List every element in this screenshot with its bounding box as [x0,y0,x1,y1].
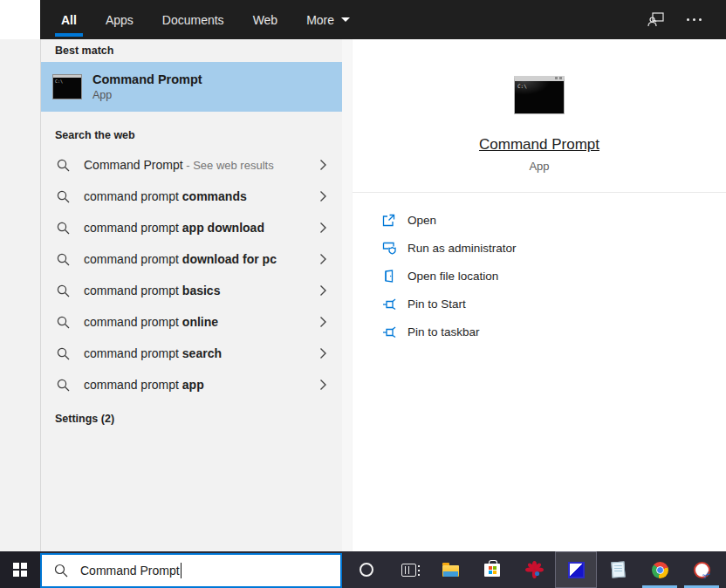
detail-title-link[interactable]: Command Prompt [479,136,599,154]
notepad-icon [611,561,625,578]
command-prompt-icon: C:\ [53,75,81,99]
action-open-file-location[interactable]: Open file location [382,262,726,290]
chevron-right-icon[interactable] [318,222,327,234]
command-prompt-large-icon: C:\ [514,76,565,114]
web-suggestion-row[interactable]: command prompt basics [41,275,352,306]
desktop-corner [0,0,40,39]
chevron-right-icon[interactable] [318,379,327,391]
search-icon [57,379,70,392]
chevron-down-icon [341,17,350,22]
admin-shield-icon [382,242,396,255]
text-cursor [181,563,182,578]
microsoft-store-button[interactable] [471,551,513,588]
search-icon [54,564,68,578]
search-icon [57,222,70,235]
user-feedback-icon[interactable] [647,12,664,27]
search-input-value[interactable]: Command Prompt [80,564,180,578]
web-suggestion-row[interactable]: command prompt online [41,306,352,338]
cortana-button[interactable] [346,551,387,588]
search-results-panel: Best match C:\ Command Prompt App Search… [40,39,352,551]
task-view-icon [401,564,416,577]
context-actions: Open Run as administrator Open file loca… [353,193,726,345]
huawei-flower-icon [525,561,544,578]
open-icon [382,214,396,227]
search-icon [57,253,70,266]
paint-app-button[interactable] [555,551,597,588]
best-match-subtitle: App [92,88,202,102]
taskbar: Command Prompt [0,551,726,588]
tab-more[interactable]: More [306,0,350,39]
taskbar-search-box[interactable]: Command Prompt [40,553,342,588]
web-suggestion-row[interactable]: command prompt download for pc [41,243,352,275]
file-explorer-icon [442,565,459,577]
detail-subtitle: App [529,160,549,173]
task-view-button[interactable] [387,551,429,588]
tab-documents[interactable]: Documents [162,0,224,39]
tab-apps[interactable]: Apps [106,0,134,39]
file-location-icon [382,270,396,283]
tab-all[interactable]: All [61,0,77,39]
chevron-right-icon[interactable] [318,190,327,202]
web-suggestion-row[interactable]: command prompt search [41,338,352,369]
search-filter-bar: All Apps Documents Web More [40,0,726,39]
microsoft-store-icon [484,564,500,577]
web-suggestion-row[interactable]: command prompt app download [41,212,352,243]
chevron-right-icon[interactable] [318,316,327,328]
huawei-suite-button[interactable] [513,551,555,588]
desktop-background-strip [0,0,40,551]
web-suggestion-row[interactable]: Command Prompt - See web results [41,149,352,181]
best-match-title: Command Prompt [92,72,202,88]
chrome-button[interactable] [639,551,681,588]
web-suggestion-row[interactable]: command prompt commands [41,181,352,212]
snipping-tool-icon [694,562,710,578]
cortana-icon [360,563,373,577]
search-icon [57,190,70,203]
web-suggestion-row[interactable]: command prompt app [41,369,352,400]
taskbar-icons [346,551,726,588]
snipping-tool-button[interactable] [681,551,723,588]
action-open[interactable]: Open [382,206,726,234]
action-run-as-administrator[interactable]: Run as administrator [382,234,726,262]
search-icon [57,284,70,297]
chevron-right-icon[interactable] [318,284,327,297]
more-options-icon[interactable] [687,18,702,21]
chevron-right-icon[interactable] [318,159,327,171]
chrome-icon [652,562,668,578]
windows-logo-icon [13,563,27,577]
settings-header: Settings (2) [41,407,352,430]
notepad-button[interactable] [597,551,639,588]
start-button[interactable] [0,551,40,588]
diagonal-square-icon [568,562,585,578]
pin-icon [382,298,396,310]
chevron-right-icon[interactable] [318,347,327,359]
search-icon [57,159,70,172]
best-match-header: Best match [41,39,352,62]
window-controls-dots [555,77,562,79]
pin-icon [382,326,396,338]
action-pin-to-taskbar[interactable]: Pin to taskbar [382,318,726,345]
tab-web[interactable]: Web [253,0,278,39]
chevron-right-icon[interactable] [318,253,327,265]
filter-tabs: All Apps Documents Web More [61,0,350,39]
result-detail-panel: C:\ Command Prompt App Open Run as admin… [353,39,726,551]
best-match-result[interactable]: C:\ Command Prompt App [41,62,352,112]
search-the-web-header: Search the web [41,124,352,147]
scrollbar-track[interactable] [342,39,352,551]
web-suggestion-list: Command Prompt - See web results command… [41,149,352,400]
file-explorer-button[interactable] [429,551,471,588]
action-pin-to-start[interactable]: Pin to Start [382,290,726,318]
search-icon [57,316,70,329]
search-icon [57,347,70,360]
